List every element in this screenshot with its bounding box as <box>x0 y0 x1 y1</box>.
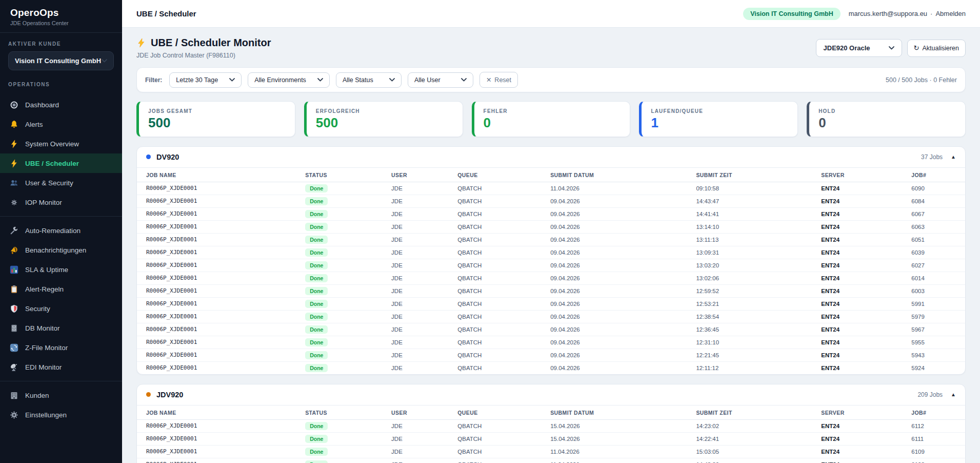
status-badge: Done <box>305 287 328 295</box>
logout-link[interactable]: Abmelden <box>935 10 966 17</box>
cell-job_no: 6108 <box>906 458 965 463</box>
cell-submit_zeit: 14:43:39 <box>691 458 816 463</box>
cell-queue: QBATCH <box>452 349 545 361</box>
cell-job_no: 6039 <box>906 246 965 259</box>
cell-server: ENT24 <box>816 336 906 349</box>
table-row: R0006P_XJDE0001DoneJDEQBATCH09.04.202612… <box>137 310 965 323</box>
sidebar-item-label: IOP Monitor <box>25 199 62 206</box>
sidebar-item-system-overview[interactable]: System Overview <box>0 134 122 153</box>
cell-status: Done <box>300 259 386 272</box>
cell-job_no: 6090 <box>906 182 965 195</box>
filter-bar: Filter: Letzte 30 TageAlle EnvironmentsA… <box>136 67 966 92</box>
cell-submit_zeit: 12:59:52 <box>691 284 816 297</box>
cell-status: Done <box>300 336 386 349</box>
cell-server: ENT24 <box>816 419 906 432</box>
cell-submit_zeit: 14:23:02 <box>691 419 816 432</box>
cell-job_name: R0006P_XJDE0001 <box>137 458 300 463</box>
bell-icon <box>9 120 18 129</box>
cell-submit_datum: 09.04.2026 <box>545 297 691 310</box>
collapse-arrow-icon[interactable]: ▲ <box>951 154 956 160</box>
sidebar-item-security[interactable]: Security <box>0 299 122 318</box>
chevron-down-icon <box>229 78 235 82</box>
column-header-job-name: JOB NAME <box>137 168 300 182</box>
sidebar-item-user-security[interactable]: User & Security <box>0 173 122 192</box>
filter-select-alle-user[interactable]: Alle User <box>408 72 473 88</box>
cell-queue: QBATCH <box>452 195 545 207</box>
cell-submit_datum: 09.04.2026 <box>545 233 691 246</box>
cell-job_no: 5979 <box>906 310 965 323</box>
status-badge: Done <box>305 325 328 334</box>
customer-select[interactable]: Vision IT Consulting GmbH <box>8 51 114 70</box>
cell-submit_zeit: 13:02:06 <box>691 272 816 284</box>
cell-server: ENT24 <box>816 182 906 195</box>
sidebar-item-label: DB Monitor <box>25 324 60 332</box>
refresh-button[interactable]: ↻ Aktualisieren <box>907 40 966 57</box>
collapse-arrow-icon[interactable]: ▲ <box>951 392 956 397</box>
cell-server: ENT24 <box>816 432 906 445</box>
stat-card-laufend-queue: LAUFEND/QUEUE1 <box>639 101 798 137</box>
column-header-status: STATUS <box>300 168 386 182</box>
environment-select[interactable]: JDE920 Oracle <box>816 39 902 57</box>
cell-server: ENT24 <box>816 195 906 207</box>
sidebar-item-kunden[interactable]: Kunden <box>0 385 122 405</box>
sidebar-item-auto-remediation[interactable]: Auto-Remediation <box>0 221 122 240</box>
sidebar-item-ube-scheduler[interactable]: UBE / Scheduler <box>0 153 122 173</box>
sidebar-item-label: Alerts <box>25 121 43 128</box>
status-badge: Done <box>305 236 328 244</box>
sidebar-item-sla-uptime[interactable]: SLA & Uptime <box>0 260 122 279</box>
cell-user: JDE <box>386 458 452 463</box>
stat-value: 1 <box>651 115 788 130</box>
filter-select-alle-environments[interactable]: Alle Environments <box>248 72 330 88</box>
sidebar-item-alert-regeln[interactable]: Alert-Regeln <box>0 279 122 299</box>
app-logo: OperoOps JDE Operations Center <box>0 0 122 33</box>
cell-queue: QBATCH <box>452 310 545 323</box>
app-tagline: JDE Operations Center <box>10 20 112 26</box>
status-badge: Done <box>305 364 328 372</box>
sidebar-item-benachrichtigungen[interactable]: Benachrichtigungen <box>0 240 122 260</box>
sidebar-item-label: Benachrichtigungen <box>25 246 86 254</box>
cell-queue: QBATCH <box>452 445 545 458</box>
cell-user: JDE <box>386 259 452 272</box>
bolt-icon <box>9 159 18 168</box>
reset-filters-button[interactable]: ✕ Reset <box>479 72 518 88</box>
cell-job_no: 6063 <box>906 220 965 233</box>
filter-select-alle-status[interactable]: Alle Status <box>336 72 402 88</box>
sidebar-item-label: Dashboard <box>25 101 59 109</box>
sidebar-item-dashboard[interactable]: Dashboard <box>0 95 122 114</box>
cell-job_name: R0006P_XJDE0001 <box>137 220 300 233</box>
cell-submit_datum: 09.04.2026 <box>545 195 691 207</box>
cell-user: JDE <box>386 349 452 361</box>
sidebar-item-db-monitor[interactable]: DB Monitor <box>0 318 122 338</box>
column-header-submit-datum: SUBMIT DATUM <box>545 406 691 420</box>
cell-submit_zeit: 13:14:10 <box>691 220 816 233</box>
sync-icon <box>9 343 18 352</box>
refresh-icon: ↻ <box>914 45 919 51</box>
cell-server: ENT24 <box>816 310 906 323</box>
section-header: JDV920209 Jobs▲ <box>137 384 965 406</box>
sidebar-item-edi-monitor[interactable]: EDI Monitor <box>0 357 122 377</box>
filter-select-letzte-30-tage[interactable]: Letzte 30 Tage <box>169 72 242 88</box>
sidebar-item-z-file-monitor[interactable]: Z-File Monitor <box>0 338 122 357</box>
stat-cards: JOBS GESAMT500ERFOLGREICH500FEHLER0LAUFE… <box>136 101 966 137</box>
cell-user: JDE <box>386 432 452 445</box>
cell-job_name: R0006P_XJDE0001 <box>137 272 300 284</box>
cell-user: JDE <box>386 445 452 458</box>
close-icon: ✕ <box>486 76 491 84</box>
cell-status: Done <box>300 361 386 374</box>
sidebar-item-label: UBE / Scheduler <box>25 160 79 167</box>
cell-user: JDE <box>386 361 452 374</box>
cabinet-icon <box>9 323 18 333</box>
cell-job_name: R0006P_XJDE0001 <box>137 297 300 310</box>
sidebar-item-einstellungen[interactable]: Einstellungen <box>0 405 122 425</box>
cell-submit_zeit: 13:03:20 <box>691 259 816 272</box>
status-badge: Done <box>305 248 328 257</box>
column-header-queue: QUEUE <box>452 168 545 182</box>
sidebar-item-alerts[interactable]: Alerts <box>0 114 122 134</box>
cell-submit_datum: 09.04.2026 <box>545 272 691 284</box>
cell-job_no: 6014 <box>906 272 965 284</box>
cell-server: ENT24 <box>816 233 906 246</box>
sidebar-item-iop-monitor[interactable]: IOP Monitor <box>0 192 122 212</box>
page-title: UBE / Scheduler Monitor <box>151 37 271 49</box>
cell-status: Done <box>300 272 386 284</box>
cell-submit_datum: 09.04.2026 <box>545 207 691 220</box>
